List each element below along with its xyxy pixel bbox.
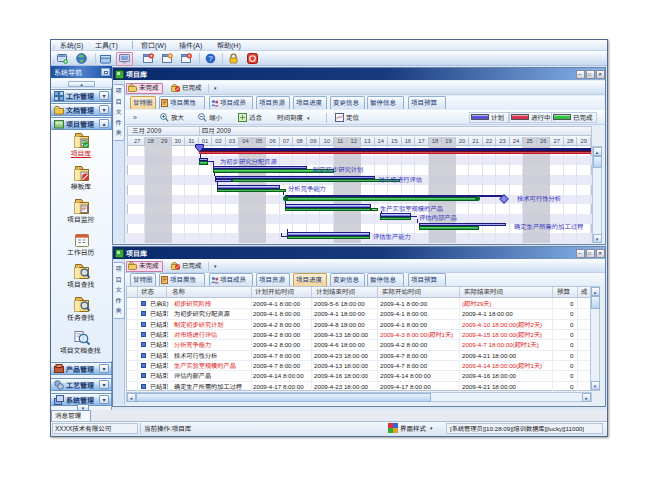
svg-text:?: ? <box>208 54 213 63</box>
